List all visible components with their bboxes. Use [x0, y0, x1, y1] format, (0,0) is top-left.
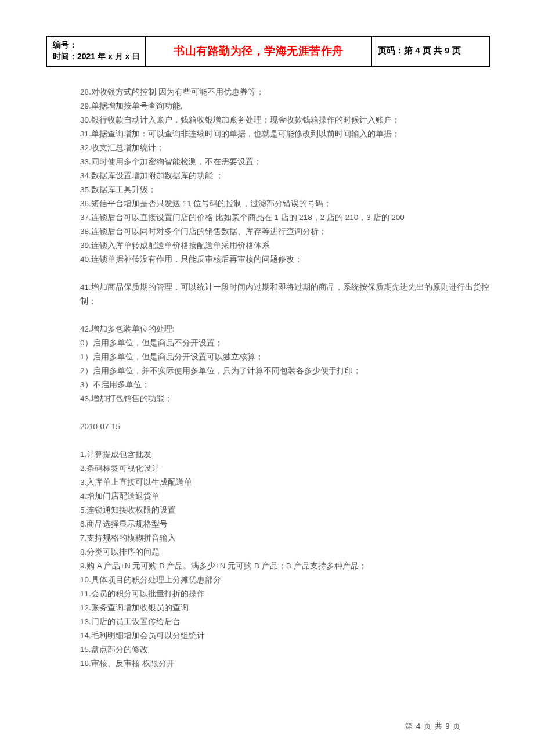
body-line: 7.支持规格的模糊拼音输入 [80, 531, 491, 545]
body-line: 37.连锁后台可以直接设置门店的价格 比如某个商品在 1 店的 218，2 店的… [80, 211, 491, 225]
body-line: 16.审核、反审核 权限分开 [80, 657, 491, 671]
header-left-cell: 编号： 时间：2021 年 x 月 x 日 [47, 37, 146, 67]
body-line: 6.商品选择显示规格型号 [80, 517, 491, 531]
blank-line [80, 308, 491, 322]
body-line: 32.收支汇总增加统计； [80, 141, 491, 155]
body-line: 31.单据查询增加：可以查询非连续时间的单据，也就是可能修改到以前时间输入的单据… [80, 127, 491, 141]
body-line: 5.连锁通知接收权限的设置 [80, 503, 491, 517]
body-line: 0）启用多单位，但是商品不分开设置； [80, 336, 491, 350]
header-right-cell: 页码：第 4 页 共 9 页 [372, 37, 490, 67]
body-line: 43.增加打包销售的功能； [80, 392, 491, 406]
body-line: 15.盘点部分的修改 [80, 643, 491, 657]
body-line: 8.分类可以排序的问题 [80, 545, 491, 559]
body-line: 11.会员的积分可以批量打折的操作 [80, 587, 491, 601]
body-line: 28.对收银方式的控制 因为有些可能不用优惠券等； [80, 85, 491, 99]
header-page-label: 页码：第 4 页 共 9 页 [378, 45, 461, 55]
header-center-cell: 书山有路勤为径，学海无涯苦作舟 [146, 37, 372, 67]
doc-date-label: 时间：2021 年 x 月 x 日 [53, 51, 140, 62]
document-page: 编号： 时间：2021 年 x 月 x 日 书山有路勤为径，学海无涯苦作舟 页码… [0, 0, 534, 756]
body-line: 2）启用多单位，并不实际使用多单位，只为了计算不同包装各多少便于打印； [80, 364, 491, 378]
body-line: 30.银行收款自动计入账户，钱箱收银增加账务处理；现金收款钱箱操作的时候计入账户… [80, 113, 491, 127]
body-line: 14.毛利明细增加会员可以分组统计 [80, 629, 491, 643]
blank-line [80, 406, 491, 420]
body-line: 2010-07-15 [80, 420, 491, 434]
body-line: 13.门店的员工设置传给后台 [80, 615, 491, 629]
body-line: 39.连锁入库单转成配送单价格按配送单采用价格体系 [80, 239, 491, 253]
body-line: 10.具体项目的积分处理上分摊优惠部分 [80, 573, 491, 587]
header-table: 编号： 时间：2021 年 x 月 x 日 书山有路勤为径，学海无涯苦作舟 页码… [46, 36, 490, 67]
body-line: 36.短信平台增加是否只发送 11 位号码的控制，过滤部分错误的号码； [80, 197, 491, 211]
page-footer: 第 4 页 共 9 页 [405, 721, 461, 732]
doc-number-label: 编号： [53, 39, 140, 51]
body-line: 40.连锁单据补传没有作用，只能反审核后再审核的问题修改； [80, 253, 491, 267]
body-line: 3）不启用多单位； [80, 378, 491, 392]
body-line: 12.账务查询增加收银员的查询 [80, 601, 491, 615]
body-line: 3.入库单上直接可以生成配送单 [80, 476, 491, 489]
document-body: 28.对收银方式的控制 因为有些可能不用优惠券等； 29.单据增加按单号查询功能… [48, 67, 491, 671]
body-line: 34.数据库设置增加附加数据库的功能 ； [80, 169, 491, 183]
body-line: 33.同时使用多个加密狗智能检测，不在需要设置； [80, 155, 491, 169]
body-line: 4.增加门店配送退货单 [80, 489, 491, 503]
body-line: 2.条码标签可视化设计 [80, 462, 491, 476]
body-line: 41.增加商品保质期的管理，可以统计一段时间内过期和即将过期的商品，系统按保质期… [80, 280, 491, 308]
body-line: 38.连锁后台可以同时对多个门店的销售数据、库存等进行查询分析； [80, 225, 491, 239]
body-line: 9.购 A 产品+N 元可购 B 产品。满多少+N 元可购 B 产品；B 产品支… [80, 559, 491, 573]
body-line: 1）启用多单位，但是商品分开设置可以独立核算； [80, 350, 491, 364]
body-line: 29.单据增加按单号查询功能, [80, 99, 491, 113]
blank-line [80, 267, 491, 280]
body-line: 35.数据库工具升级； [80, 183, 491, 197]
blank-line [80, 434, 491, 448]
body-line: 1.计算提成包含批发 [80, 448, 491, 462]
header-motto: 书山有路勤为径，学海无涯苦作舟 [174, 45, 344, 57]
body-line: 42.增加多包装单位的处理: [80, 322, 491, 336]
